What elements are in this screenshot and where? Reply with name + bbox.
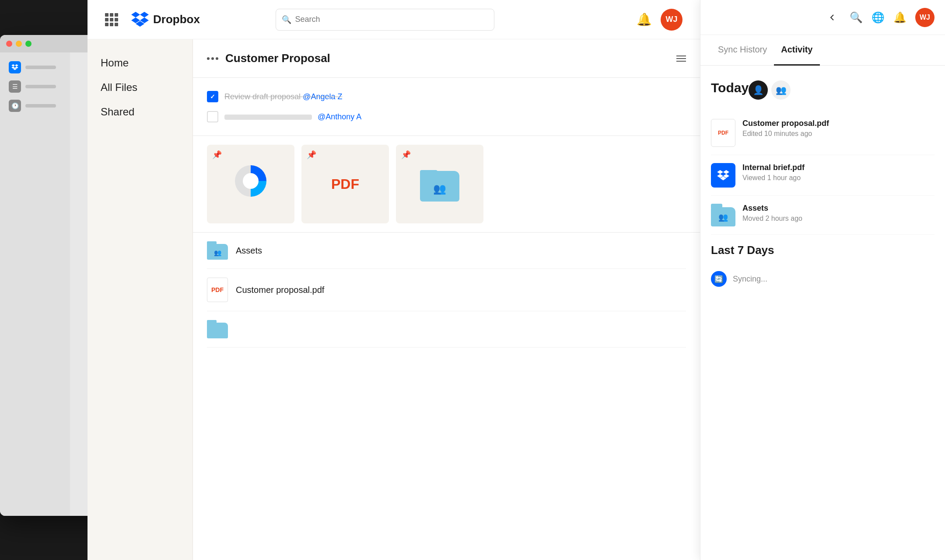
- activity-info-1: Customer proposal.pdf Edited 10 minutes …: [742, 119, 934, 138]
- pin-icon-folder: 📌: [401, 150, 411, 160]
- search-header-icon[interactable]: 🔍: [850, 11, 863, 24]
- pin-icon-chart: 📌: [212, 150, 222, 160]
- mac-maximize-btn[interactable]: [25, 41, 32, 47]
- task-item-2: @Anthony A: [207, 107, 686, 127]
- task-checkbox-1[interactable]: [207, 91, 218, 102]
- mac-sidebar-item-files: ☰: [9, 80, 61, 93]
- dropbox-logo: Dropbox: [131, 12, 200, 28]
- task-text-2: @Anthony A: [224, 112, 361, 122]
- activity-info-3: Assets Moved 2 hours ago: [742, 204, 934, 223]
- mac-sidebar: ☰ 🕐: [0, 52, 70, 516]
- dropbox-window: Dropbox 🔍 🔔 WJ Home All Files Shared: [88, 0, 700, 560]
- grid-menu-icon[interactable]: [105, 13, 118, 26]
- syncing-item: 🔄 Syncing...: [711, 264, 934, 294]
- tasks-section: Review draft proposal @Angela Z @Anthony…: [193, 78, 700, 136]
- sidebar-item-allfiles[interactable]: All Files: [101, 81, 179, 94]
- search-icon: 🔍: [282, 15, 291, 24]
- activity-tabs: Sync History Activity: [700, 35, 945, 66]
- activity-pdf-icon-1: PDF: [711, 119, 735, 147]
- task-placeholder-bar: [224, 115, 312, 120]
- dropbox-sidebar-icon: [9, 61, 21, 73]
- activity-file-name-2: Internal brief.pdf: [742, 163, 934, 172]
- activity-body: Today 👤 👥 PDF Customer proposal.pdf Edit…: [700, 66, 945, 560]
- user-avatar[interactable]: WJ: [661, 9, 682, 31]
- mac-sidebar-line1: [25, 66, 56, 69]
- left-nav: Home All Files Shared: [88, 39, 192, 560]
- task-item-1: Review draft proposal @Angela Z: [207, 87, 686, 107]
- syncing-text: Syncing...: [733, 275, 767, 284]
- thumbnail-folder[interactable]: 📌 👥: [396, 145, 483, 223]
- activity-item-internal-brief: Internal brief.pdf Viewed 1 hour ago: [711, 155, 934, 196]
- tab-activity[interactable]: Activity: [774, 35, 819, 66]
- activity-panel: 🔍 🌐 🔔 WJ Sync History Activity Today 👤 👥…: [700, 0, 945, 560]
- activity-folder-icon-1: 👥: [711, 204, 735, 226]
- thumbnail-pdf[interactable]: 📌 PDF: [301, 145, 389, 223]
- main-content: Customer Proposal Review draft proposal …: [192, 39, 700, 560]
- file-list: 👥 Assets PDF Customer proposal.pdf: [193, 233, 700, 348]
- collapse-panel-button[interactable]: [823, 9, 841, 26]
- mac-sidebar-line2: [25, 85, 56, 88]
- task-checkbox-2[interactable]: [207, 111, 218, 122]
- bell-header-icon[interactable]: 🔔: [893, 11, 906, 24]
- file-panel-header: Customer Proposal: [193, 39, 700, 78]
- sidebar-item-shared[interactable]: Shared: [101, 106, 179, 118]
- mac-minimize-btn[interactable]: [16, 41, 22, 47]
- folder2-icon: [207, 320, 228, 338]
- customer-proposal-pdf-icon: PDF: [207, 278, 228, 302]
- folder-thumbnail-icon: 👥: [420, 167, 459, 202]
- sync-icon: 🔄: [711, 271, 727, 287]
- view-toggle: 👤 👥: [749, 80, 791, 100]
- globe-header-icon[interactable]: 🌐: [872, 11, 885, 24]
- last7-label: Last 7 Days: [711, 243, 934, 257]
- more-options-button[interactable]: [207, 57, 218, 60]
- activity-item-customer-proposal: PDF Customer proposal.pdf Edited 10 minu…: [711, 111, 934, 155]
- pin-icon-pdf: 📌: [307, 150, 316, 160]
- recent-sidebar-icon: 🕐: [9, 100, 21, 112]
- dropbox-logo-icon: [131, 12, 149, 28]
- activity-file-name-3: Assets: [742, 204, 934, 213]
- hamburger-menu-icon[interactable]: [676, 56, 686, 62]
- chart-thumbnail-icon: [233, 163, 268, 205]
- today-section-header: Today 👤 👥: [711, 76, 934, 104]
- activity-header-top: 🔍 🌐 🔔 WJ: [700, 0, 945, 35]
- list-item-assets[interactable]: 👥 Assets: [207, 233, 686, 269]
- mac-sidebar-line3: [25, 104, 56, 108]
- list-item-folder2[interactable]: [207, 311, 686, 348]
- dropbox-body: Home All Files Shared Customer Proposal: [88, 39, 700, 560]
- task-text-1: Review draft proposal @Angela Z: [224, 92, 342, 101]
- task-mention-2: @Anthony A: [318, 112, 361, 121]
- activity-item-assets: 👥 Assets Moved 2 hours ago: [711, 196, 934, 235]
- pdf-thumbnail-label: PDF: [331, 176, 359, 192]
- tab-sync-history[interactable]: Sync History: [711, 35, 774, 66]
- mac-sidebar-item-dropbox: [9, 61, 61, 73]
- customer-proposal-file-name: Customer proposal.pdf: [236, 285, 324, 295]
- svg-point-1: [243, 173, 259, 189]
- panel-title: Customer Proposal: [225, 52, 669, 65]
- dropbox-header: Dropbox 🔍 🔔 WJ: [88, 0, 700, 39]
- activity-time-1: Edited 10 minutes ago: [742, 130, 934, 138]
- sidebar-item-home[interactable]: Home: [101, 57, 179, 69]
- activity-time-3: Moved 2 hours ago: [742, 215, 934, 223]
- group-view-button[interactable]: 👥: [771, 80, 791, 100]
- search-input[interactable]: [276, 9, 494, 31]
- task-mention-1: @Angela Z: [303, 92, 342, 101]
- person-view-button[interactable]: 👤: [749, 80, 768, 100]
- assets-folder-icon: 👥: [207, 241, 228, 260]
- notification-bell-icon[interactable]: 🔔: [637, 12, 652, 27]
- search-bar: 🔍: [276, 9, 494, 31]
- mac-sidebar-item-recent: 🕐: [9, 100, 61, 112]
- list-item-customer-proposal[interactable]: PDF Customer proposal.pdf: [207, 269, 686, 311]
- thumbnail-chart[interactable]: 📌: [207, 145, 294, 223]
- mac-close-btn[interactable]: [6, 41, 12, 47]
- file-thumbnails: 📌 📌 PDF: [193, 136, 700, 233]
- today-label: Today: [711, 80, 749, 95]
- files-sidebar-icon: ☰: [9, 80, 21, 93]
- activity-dropbox-icon-1: [711, 163, 735, 188]
- assets-file-name: Assets: [236, 246, 262, 256]
- activity-file-name-1: Customer proposal.pdf: [742, 119, 934, 128]
- activity-user-avatar[interactable]: WJ: [915, 8, 934, 27]
- activity-time-2: Viewed 1 hour ago: [742, 174, 934, 182]
- header-actions: 🔔 WJ: [637, 9, 682, 31]
- dropbox-logo-text: Dropbox: [153, 13, 200, 26]
- activity-info-2: Internal brief.pdf Viewed 1 hour ago: [742, 163, 934, 182]
